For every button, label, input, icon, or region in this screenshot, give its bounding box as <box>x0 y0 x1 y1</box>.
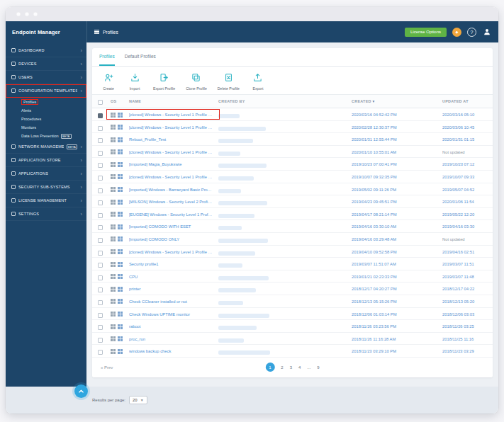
results-per-page-select[interactable]: 20 ▼ <box>129 396 147 404</box>
row-checkbox[interactable] <box>98 325 103 330</box>
profile-name-link[interactable]: printer <box>129 287 218 291</box>
table-row[interactable]: raboot2018/11/26 03:23:56 PM2018/11/26 0… <box>92 320 493 333</box>
table-row[interactable]: Security profile12019/03/07 11:51:07 AM2… <box>92 258 493 270</box>
menu-icon[interactable] <box>94 30 99 35</box>
column-header-created-by[interactable]: CREATED BY <box>218 99 352 103</box>
sidebar-item-license-management[interactable]: LICENSE MANAGEMENT› <box>6 194 86 207</box>
page-9-button[interactable]: 9 <box>317 365 319 370</box>
license-options-button[interactable]: License Options <box>405 28 447 37</box>
row-checkbox[interactable] <box>98 287 103 292</box>
sidebar-subitem-monitors[interactable]: Monitors <box>6 123 86 132</box>
page-4-button[interactable]: 4 <box>298 365 301 370</box>
help-icon[interactable]: ? <box>467 28 476 37</box>
clone-profile-button[interactable]: Clone Profile <box>186 72 207 91</box>
sidebar-item-security-sub-systems[interactable]: SECURITY SUB-SYSTEMS› <box>6 181 86 194</box>
profile-name-link[interactable]: [imported] Magia_Buyukswte <box>129 162 218 166</box>
profile-name-link[interactable]: [imported] COMODO WITH ESET <box>129 224 218 229</box>
profile-name-link[interactable]: [cloned] Windows - Security Level 1 Prof… <box>129 250 218 254</box>
profile-name-link[interactable]: [WILSON] Windows - Security Level 2 Prof… <box>129 200 218 204</box>
profile-name-link[interactable]: [cloned] Windows - Security Level 1 Prof… <box>129 175 218 179</box>
scroll-to-top-button[interactable] <box>74 384 88 398</box>
profile-name-link[interactable]: [imported] Windows - Barracyard Basic Pr… <box>129 188 218 192</box>
column-header-updated-at[interactable]: UPDATED AT <box>442 99 493 103</box>
profile-name-link[interactable]: proc_run <box>129 337 218 341</box>
profile-name-link[interactable]: [imported] COMODO ONLY <box>129 237 218 241</box>
profile-name-link[interactable]: Check CCleaner installed or not <box>129 300 218 304</box>
sidebar-item-application-store[interactable]: APPLICATION STORE› <box>6 154 86 167</box>
table-row[interactable]: [cloned] Windows - Security Level 1 Prof… <box>92 146 493 159</box>
table-row[interactable]: proc_run2018/11/26 11:16:28 AM2018/11/25… <box>92 333 493 346</box>
sidebar-item-dashboard[interactable]: DASHBOARD› <box>6 44 86 57</box>
table-row[interactable]: [EUGENE] Windows - Security Level 1 Prof… <box>92 208 493 221</box>
table-row[interactable]: [imported] Windows - Barracyard Basic Pr… <box>92 183 493 196</box>
row-checkbox[interactable] <box>98 200 103 205</box>
export-button[interactable]: Export <box>250 72 266 91</box>
tab-profiles[interactable]: Profiles <box>99 48 115 66</box>
window-control-dot[interactable] <box>16 12 21 16</box>
sidebar-item-applications[interactable]: APPLICATIONS› <box>6 167 86 181</box>
column-header-os[interactable]: OS <box>111 99 129 103</box>
sidebar-item-devices[interactable]: DEVICES› <box>6 57 86 71</box>
row-checkbox[interactable] <box>98 275 103 280</box>
profile-name-link[interactable]: CPU <box>129 275 218 279</box>
row-checkbox[interactable] <box>98 138 103 143</box>
user-icon[interactable] <box>482 28 491 37</box>
tab-default-profiles[interactable]: Default Profiles <box>125 48 156 66</box>
row-checkbox[interactable] <box>98 163 103 168</box>
import-button[interactable]: Import <box>127 72 142 91</box>
column-header-created[interactable]: CREATED ▾ <box>352 99 442 103</box>
page-3-button[interactable]: 3 <box>290 365 292 370</box>
row-checkbox[interactable] <box>98 213 103 218</box>
row-checkbox[interactable] <box>98 176 103 181</box>
row-checkbox[interactable] <box>98 238 103 243</box>
profile-name-link[interactable]: Security profile1 <box>129 262 218 266</box>
sidebar-item-network-management[interactable]: NETWORK MANAGEMENTBETA› <box>6 140 86 154</box>
page-2-button[interactable]: 2 <box>281 365 283 370</box>
profile-name-link[interactable]: Reboot_Profile_Test <box>129 137 218 142</box>
profile-name-link[interactable]: [cloned] Windows - Security Level 1 Prof… <box>129 150 218 154</box>
table-row[interactable]: Reboot_Profile_Test2020/01/31 12:55:44 P… <box>92 133 493 146</box>
table-row[interactable]: [cloned] Windows - Security Level 1 Prof… <box>92 246 493 258</box>
upgrade-icon[interactable]: ◆ <box>452 28 461 37</box>
table-row[interactable]: windows backup check2018/11/23 03:29:10 … <box>92 345 493 358</box>
sidebar-subitem-data-loss-prevention[interactable]: Data Loss PreventionBETA <box>6 132 86 140</box>
window-control-dot[interactable] <box>25 12 29 16</box>
table-row[interactable]: [cloned] Windows - Security Level 1 Prof… <box>92 121 493 134</box>
sidebar-item-configuration-templates[interactable]: CONFIGURATION TEMPLATES› <box>6 84 86 98</box>
row-checkbox[interactable] <box>98 251 103 256</box>
table-row[interactable]: Check Windows UPTIME monitor2018/12/06 0… <box>92 308 493 321</box>
table-row[interactable]: printer2018/12/17 04:20:27 PM2018/12/17 … <box>92 283 493 295</box>
row-checkbox[interactable] <box>98 126 103 131</box>
delete-profile-button[interactable]: Delete Profile <box>218 72 240 91</box>
profile-name-link[interactable]: Check Windows UPTIME monitor <box>129 312 218 316</box>
table-row[interactable]: Check CCleaner installed or not2018/12/1… <box>92 295 493 308</box>
row-checkbox[interactable] <box>98 300 103 305</box>
sidebar-subitem-alerts[interactable]: Alerts <box>6 106 86 115</box>
row-checkbox[interactable] <box>98 113 103 118</box>
row-checkbox[interactable] <box>98 263 103 268</box>
profile-name-link[interactable]: [cloned] Windows - Security Level 1 Prof… <box>129 125 218 130</box>
profile-name-link[interactable]: [EUGENE] Windows - Security Level 1 Prof… <box>129 212 218 217</box>
row-checkbox[interactable] <box>98 225 103 230</box>
row-checkbox[interactable] <box>98 338 103 343</box>
row-checkbox[interactable] <box>98 151 103 156</box>
table-row[interactable]: [cloned] Windows - Security Level 1 Prof… <box>92 108 493 121</box>
table-row[interactable]: [imported] COMODO WITH ESET2019/04/16 03… <box>92 220 493 233</box>
profile-name-link[interactable]: windows backup check <box>129 349 218 353</box>
profile-name-link[interactable]: [cloned] Windows - Security Level 1 Prof… <box>129 113 218 117</box>
sidebar-item-settings[interactable]: SETTINGS› <box>6 207 86 221</box>
row-checkbox[interactable] <box>98 188 103 193</box>
table-row[interactable]: CPU2019/01/21 02:23:33 PM2019/03/07 11:4… <box>92 270 493 283</box>
row-checkbox[interactable] <box>98 350 103 355</box>
column-header-name[interactable]: NAME <box>129 99 218 103</box>
page-1-button[interactable]: 1 <box>265 363 274 372</box>
row-checkbox[interactable] <box>98 313 103 318</box>
table-row[interactable]: [WILSON] Windows - Security Level 2 Prof… <box>92 195 493 208</box>
sidebar-subitem-procedures[interactable]: Procedures <box>6 115 86 123</box>
sidebar-item-users[interactable]: USERS› <box>6 71 86 84</box>
select-all-checkbox[interactable] <box>98 100 103 105</box>
table-row[interactable]: [imported] Magia_Buyukswte2019/10/23 07:… <box>92 158 493 171</box>
prev-page-button[interactable]: « Prev <box>92 365 113 370</box>
table-row[interactable]: [cloned] Windows - Security Level 1 Prof… <box>92 171 493 183</box>
sidebar-subitem-profiles[interactable]: Profiles <box>6 98 86 106</box>
